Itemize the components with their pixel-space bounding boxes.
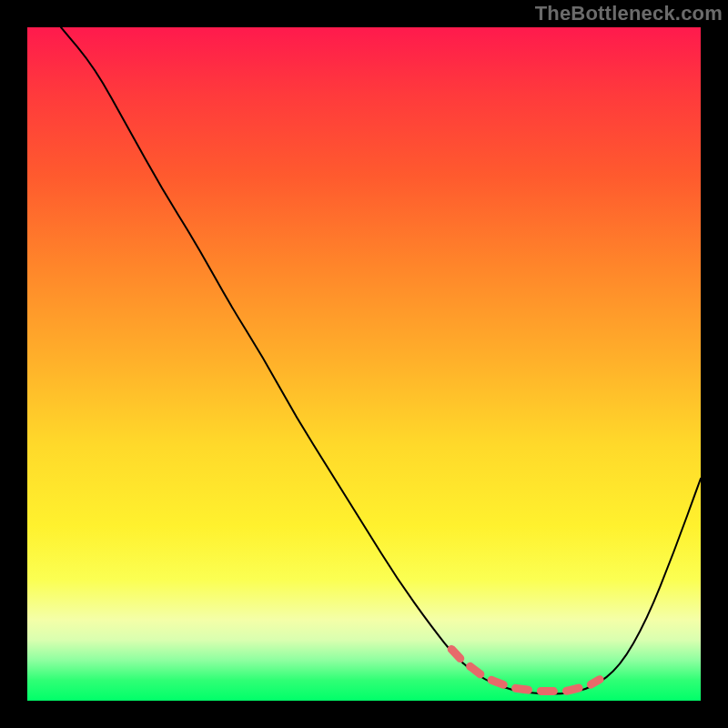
sweet-spot-band bbox=[451, 649, 600, 691]
chart-frame: TheBottleneck.com bbox=[0, 0, 728, 728]
watermark-text: TheBottleneck.com bbox=[535, 2, 723, 25]
bottleneck-curve bbox=[61, 27, 701, 694]
chart-overlay bbox=[27, 27, 701, 701]
plot-area bbox=[27, 27, 701, 701]
